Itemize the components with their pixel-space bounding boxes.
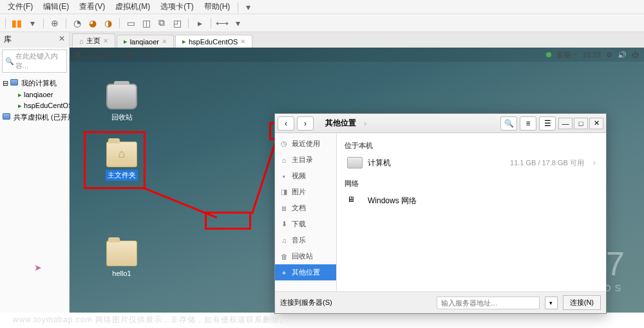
sidebar-other-locations[interactable]: +其他位置 <box>275 264 336 280</box>
separator <box>188 18 189 28</box>
minimize-button[interactable]: — <box>558 118 573 129</box>
send-cad-icon[interactable]: ⊕ <box>48 16 62 30</box>
console-icon[interactable]: ▸ <box>193 16 207 30</box>
nav-back-button[interactable]: ‹ <box>278 116 294 131</box>
sidebar-documents[interactable]: 🗎文档 <box>275 200 336 216</box>
tree-label: hspEduCentOS <box>24 102 73 109</box>
clock-time[interactable]: 21:22 <box>583 51 601 59</box>
vm-icon: ▸ <box>124 37 128 46</box>
download-icon: ⬇ <box>280 220 288 228</box>
breadcrumb: 其他位置 › <box>316 116 498 131</box>
trash-icon: 🗑 <box>280 253 288 260</box>
dropdown-icon[interactable]: ▾ <box>545 296 558 309</box>
guest-desktop[interactable]: ◆ 应用程序 位置 文件 星期一 21:22 ⚙ 🔊 ⏻ 回收站 <box>70 48 644 313</box>
disk-info: 11.1 GB / 17.8 GB 可用 <box>510 158 584 168</box>
windows-network-row[interactable]: 🖥 Windows 网络 <box>345 191 598 210</box>
stretch-icon[interactable]: ⟷ <box>215 16 229 30</box>
snapshot-revert-icon[interactable]: ◑ <box>101 16 115 30</box>
menu-file[interactable]: 文件(F) <box>3 0 38 14</box>
sidebar-recent[interactable]: ◷最近使用 <box>275 136 336 152</box>
menu-edit[interactable]: 编辑(E) <box>38 0 74 14</box>
tab-label: 主页 <box>86 36 100 46</box>
snapshot-icon[interactable]: ◔ <box>70 16 84 30</box>
tree-root-mycomputer[interactable]: ⊟ 我的计算机 <box>1 77 68 89</box>
centos-watermark: 7 CENTOS <box>564 244 625 293</box>
fit-guest-icon[interactable]: ▭ <box>124 16 138 30</box>
video-icon: ▪ <box>280 172 288 180</box>
dropdown-icon[interactable]: ▾ <box>231 16 245 30</box>
filewin-sidebar: ◷最近使用 ⌂主目录 ▪视频 ◨图片 🗎文档 ⬇下载 ♫音乐 🗑回收站 +其他位… <box>275 133 337 291</box>
menu-vm[interactable]: 虚拟机(M) <box>110 0 155 14</box>
section-network: 网络 <box>345 179 598 188</box>
vm-tabs: ⌂ 主页 ✕ ▸ lanqiaoer ✕ ▸ hspEduCentOS ✕ <box>70 32 644 48</box>
tree-vm-lanqiaoer[interactable]: ▸ lanqiaoer <box>1 89 68 100</box>
clock-day[interactable]: 星期一 <box>556 50 578 60</box>
tree-vm-hspeducentos[interactable]: ▸ hspEduCentOS <box>1 100 68 111</box>
close-button[interactable]: ✕ <box>589 118 603 129</box>
fullscreen-icon[interactable]: ◰ <box>170 16 184 30</box>
separator <box>5 18 6 28</box>
tab-vm-lanqiaoer[interactable]: ▸ lanqiaoer ✕ <box>117 35 174 48</box>
centos-version: 7 <box>564 244 625 283</box>
library-search[interactable]: 🔍 在此处键入内容... <box>2 50 67 73</box>
separator <box>43 18 44 28</box>
menu-icon[interactable]: ☰ <box>539 116 556 131</box>
gnome-apps-menu[interactable]: ◆ 应用程序 <box>75 50 112 60</box>
desktop-home-folder[interactable]: 主文件夹 <box>102 141 142 181</box>
sidebar-pictures[interactable]: ◨图片 <box>275 184 336 200</box>
footer-label: 连接到服务器(S) <box>280 298 332 307</box>
gnome-files-menu[interactable]: 文件 <box>142 50 156 60</box>
tree-label: 我的计算机 <box>21 79 57 87</box>
app-menubar: 文件(F) 编辑(E) 查看(V) 虚拟机(M) 选项卡(T) 帮助(H) ▾ <box>0 0 644 14</box>
search-icon[interactable]: 🔍 <box>500 116 517 131</box>
network-icon[interactable]: ⚙ <box>606 51 612 59</box>
tree-shared-vms[interactable]: 共享虚拟机 (已开用) <box>1 111 68 123</box>
maximize-button[interactable]: □ <box>574 118 588 129</box>
gnome-places-menu[interactable]: 位置 <box>120 50 134 60</box>
file-browser-window: ‹ › 其他位置 › 🔍 ≡ ☰ — □ ✕ <box>274 113 607 314</box>
close-icon[interactable]: ✕ <box>103 37 108 44</box>
annotation-line-1 <box>145 188 217 219</box>
unity-icon[interactable]: ⧉ <box>155 16 169 30</box>
menu-tabs[interactable]: 选项卡(T) <box>155 0 198 14</box>
filewin-header: ‹ › 其他位置 › 🔍 ≡ ☰ — □ ✕ <box>275 114 606 133</box>
chevron-right-icon: › <box>593 158 596 167</box>
menu-view[interactable]: 查看(V) <box>74 0 110 14</box>
expand-icon: ⊟ <box>3 79 8 87</box>
close-icon[interactable]: ✕ <box>162 38 167 45</box>
sidebar-home[interactable]: ⌂主目录 <box>275 152 336 168</box>
tab-vm-hspeducentos[interactable]: ▸ hspEduCentOS ✕ <box>175 35 252 48</box>
computer-row[interactable]: 计算机 11.1 GB / 17.8 GB 可用 › <box>345 153 598 172</box>
sidebar-trash[interactable]: 🗑回收站 <box>275 248 336 264</box>
pause-icon[interactable]: ▮▮ <box>10 16 24 30</box>
dropdown-icon[interactable]: ▾ <box>241 0 255 14</box>
snapshot-manage-icon[interactable]: ◕ <box>86 16 100 30</box>
sidebar-music[interactable]: ♫音乐 <box>275 232 336 248</box>
computer-icon <box>3 113 10 120</box>
sidebar-videos[interactable]: ▪视频 <box>275 168 336 184</box>
view-list-icon[interactable]: ≡ <box>520 116 536 131</box>
desktop-trash[interactable]: 回收站 <box>102 84 142 123</box>
close-icon[interactable]: ✕ <box>59 34 65 45</box>
close-icon[interactable]: ✕ <box>240 38 245 45</box>
sidebar-downloads[interactable]: ⬇下载 <box>275 216 336 232</box>
volume-icon[interactable]: 🔊 <box>618 51 627 59</box>
main-area: 库 ✕ 🔍 在此处键入内容... ⊟ 我的计算机 ▸ lanqiaoer ▸ h… <box>0 32 644 313</box>
filewin-body: ◷最近使用 ⌂主目录 ▪视频 ◨图片 🗎文档 ⬇下载 ♫音乐 🗑回收站 +其他位… <box>275 133 606 291</box>
power-icon[interactable]: ⏻ <box>632 51 639 59</box>
tab-label: lanqiaoer <box>130 38 159 46</box>
trash-icon <box>106 84 137 109</box>
centos-name: CENTOS <box>564 283 625 293</box>
connect-button[interactable]: 连接(N) <box>563 295 601 310</box>
server-address-input[interactable] <box>437 296 540 309</box>
menu-help[interactable]: 帮助(H) <box>199 0 236 14</box>
desktop-hello1-folder[interactable]: hello1 <box>102 241 142 278</box>
fit-window-icon[interactable]: ◫ <box>139 16 153 30</box>
cursor-icon: ➤ <box>34 262 42 273</box>
home-icon: ⌂ <box>79 37 84 45</box>
breadcrumb-item[interactable]: 其他位置 <box>320 116 361 131</box>
nav-forward-button[interactable]: › <box>297 116 314 131</box>
separator <box>211 18 211 28</box>
tab-home[interactable]: ⌂ 主页 ✕ <box>72 33 115 48</box>
dropdown-icon[interactable]: ▾ <box>25 16 39 30</box>
